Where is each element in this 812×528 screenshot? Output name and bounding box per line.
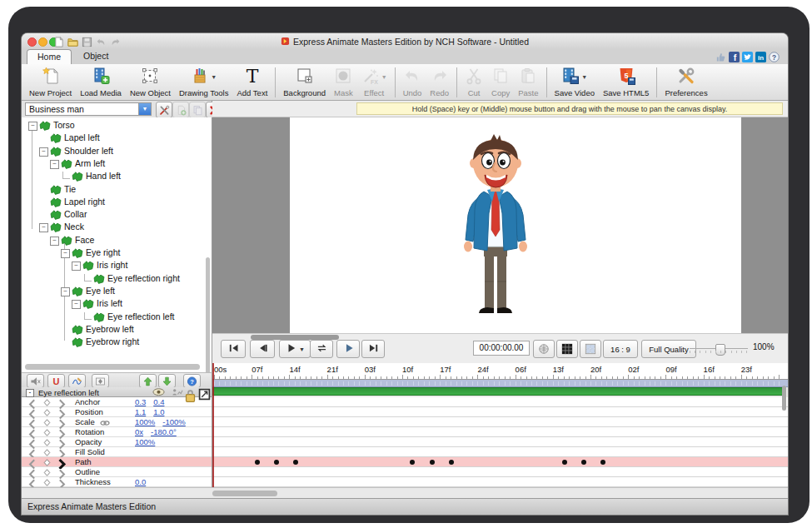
tree-expand-toggle[interactable]: − xyxy=(39,223,48,232)
chevron-down-icon[interactable]: ▼ xyxy=(138,103,151,115)
solo-icon[interactable] xyxy=(171,388,183,396)
property-row-position[interactable]: Position1.11.0 xyxy=(22,407,212,417)
tree-item-eye-right[interactable]: −Eye right xyxy=(22,247,212,259)
step-back-button[interactable] xyxy=(250,340,275,358)
tree-item-neck[interactable]: −Neck xyxy=(22,221,212,233)
timeline-vscrollbar-thumb[interactable] xyxy=(782,386,786,411)
chevron-down-icon[interactable]: ▼ xyxy=(299,346,305,352)
chevron-down-icon[interactable]: ▼ xyxy=(211,74,217,80)
facebook-icon[interactable]: f xyxy=(729,51,740,62)
property-row-opacity[interactable]: Opacity100% xyxy=(22,437,212,447)
layer-header-row[interactable]: -Eye reflection left xyxy=(22,387,212,397)
tree-item-iris-right[interactable]: −Iris right xyxy=(22,259,212,271)
play-from-start-button[interactable] xyxy=(336,340,360,358)
property-row-rotation[interactable]: Rotation0x-180.0° xyxy=(22,427,212,437)
next-keyframe-button[interactable] xyxy=(58,409,66,416)
prev-keyframe-button[interactable] xyxy=(28,449,36,456)
toolbar-add-text-button[interactable]: TAdd Text xyxy=(232,65,271,100)
toolbar-undo-button[interactable]: Undo xyxy=(399,65,426,100)
quality-select[interactable]: Full Quality xyxy=(641,340,696,358)
tree-item-arm-left[interactable]: −Arm left xyxy=(22,157,212,170)
tree-item-eye-reflection-right[interactable]: Eye reflection right xyxy=(22,272,212,285)
tree-expand-toggle[interactable]: − xyxy=(50,237,59,246)
add-keyframe-diamond[interactable] xyxy=(43,479,51,486)
keyframe-dot[interactable] xyxy=(600,460,605,465)
next-keyframe-button[interactable] xyxy=(58,439,66,446)
keyframe-dot[interactable] xyxy=(430,460,435,465)
tree-hscrollbar-thumb[interactable] xyxy=(25,364,200,370)
tab-home[interactable]: Home xyxy=(27,49,72,65)
keyframe-dot[interactable] xyxy=(274,460,279,465)
property-value-link[interactable]: -100% xyxy=(162,417,185,426)
toolbar-new-object-button[interactable]: New Object xyxy=(126,65,175,100)
next-keyframe-button[interactable] xyxy=(58,419,66,426)
motion-blur-icon[interactable] xyxy=(198,388,211,396)
keyframe-box-button[interactable] xyxy=(92,374,109,388)
tree-item-iris-left[interactable]: −Iris left xyxy=(22,297,212,310)
toolbar-new-project-button[interactable]: New Project xyxy=(25,65,76,100)
loop-button[interactable] xyxy=(310,340,333,358)
go-to-start-button[interactable] xyxy=(221,340,246,358)
track-rotation[interactable] xyxy=(212,427,788,437)
property-value-link[interactable]: 1.0 xyxy=(153,407,164,416)
track-path[interactable] xyxy=(212,457,788,467)
toolbar-save-video-button[interactable]: ▼Save Video xyxy=(550,65,599,100)
prev-keyframe-button[interactable] xyxy=(28,459,36,466)
tree-expand-toggle[interactable]: − xyxy=(28,122,37,131)
tree-item-torso[interactable]: −Torso xyxy=(22,119,212,132)
prev-keyframe-button[interactable] xyxy=(28,419,36,426)
track-outline[interactable] xyxy=(212,467,788,477)
property-row-outline[interactable]: Outline xyxy=(22,467,212,477)
tree-vscrollbar-thumb[interactable] xyxy=(206,257,210,372)
tree-expand-toggle[interactable]: − xyxy=(39,147,48,157)
property-value-link[interactable]: 1.1 xyxy=(135,407,146,416)
tree-item-lapel-left[interactable]: Lapel left xyxy=(22,132,212,144)
toolbar-preferences-button[interactable]: Preferences xyxy=(660,65,711,100)
zoom-slider[interactable] xyxy=(690,344,748,354)
add-keyframe-diamond[interactable] xyxy=(43,399,51,406)
track-scale[interactable] xyxy=(212,417,788,427)
toolbar-effect-button[interactable]: FX▼Effect xyxy=(357,65,391,100)
mute-audio-button[interactable] xyxy=(27,374,44,388)
add-keyframe-diamond[interactable] xyxy=(43,449,51,456)
tree-item-eye-reflection-left[interactable]: Eye reflection left xyxy=(22,311,212,323)
play-button[interactable]: ▼ xyxy=(279,340,311,358)
current-time-field[interactable]: 00:00:00.00 xyxy=(473,341,530,356)
prev-keyframe-button[interactable] xyxy=(28,439,36,446)
add-keyframe-diamond[interactable] xyxy=(43,409,51,416)
add-object-button[interactable] xyxy=(172,102,189,118)
linkedin-icon[interactable]: in xyxy=(755,51,766,62)
property-value-link[interactable]: 100% xyxy=(135,417,155,426)
twitter-icon[interactable] xyxy=(742,51,753,62)
next-keyframe-button[interactable] xyxy=(58,399,66,406)
property-row-scale[interactable]: Scale100%-100% xyxy=(22,417,212,427)
property-value-link[interactable]: 0x xyxy=(135,427,143,436)
tree-expand-toggle[interactable]: − xyxy=(61,249,70,258)
like-icon[interactable] xyxy=(715,51,726,62)
timeline-ruler[interactable]: 00s07f14f21f03f10f17f24f06f13f20f02f09f1… xyxy=(212,363,788,380)
tree-item-shoulder-left[interactable]: −Shoulder left xyxy=(22,145,212,157)
zoom-slider-handle[interactable] xyxy=(715,344,725,356)
add-keyframe-diamond[interactable] xyxy=(43,429,51,436)
prev-keyframe-button[interactable] xyxy=(28,399,36,406)
help-icon[interactable]: ? xyxy=(769,51,780,62)
visibility-icon[interactable] xyxy=(152,388,165,396)
track-anchor[interactable] xyxy=(212,397,788,407)
tab-object[interactable]: Object xyxy=(73,49,118,63)
tree-item-eyebrow-right[interactable]: Eyebrow right xyxy=(22,336,212,348)
add-keyframe-diamond[interactable] xyxy=(43,459,51,466)
tree-item-eyebrow-left[interactable]: Eyebrow left xyxy=(22,323,212,336)
edit-tools-button[interactable] xyxy=(156,102,172,118)
prev-keyframe-button[interactable] xyxy=(28,429,36,436)
next-keyframe-button[interactable] xyxy=(58,469,66,476)
curve-editor-button[interactable] xyxy=(68,374,86,388)
timeline-work-area[interactable] xyxy=(212,380,788,387)
onion-skin-button[interactable] xyxy=(533,340,555,358)
tree-item-tie[interactable]: Tie xyxy=(22,183,212,196)
add-keyframe-diamond[interactable] xyxy=(43,469,51,476)
keyframe-dot[interactable] xyxy=(562,460,567,465)
keyframe-dot[interactable] xyxy=(255,460,260,465)
toolbar-load-media-button[interactable]: Load Media xyxy=(76,65,126,100)
link-scale-icon[interactable] xyxy=(100,419,110,426)
next-keyframe-button[interactable] xyxy=(58,449,66,456)
